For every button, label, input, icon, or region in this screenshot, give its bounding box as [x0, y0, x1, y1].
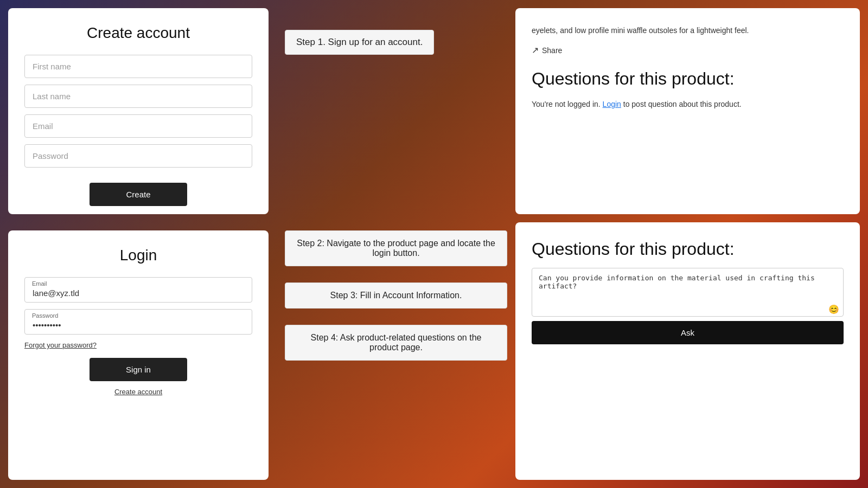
- step2-label: Step 2: Navigate to the product page and…: [285, 230, 507, 266]
- product-panel-2: Questions for this product: Can you prov…: [515, 222, 860, 480]
- last-name-input[interactable]: [24, 85, 252, 108]
- step3-label: Step 3: Fill in Account Information.: [285, 282, 507, 309]
- sign-in-button[interactable]: Sign in: [90, 358, 187, 381]
- create-account-link[interactable]: Create account: [24, 388, 252, 396]
- password-group: Password: [24, 309, 252, 335]
- product-description: eyelets, and low profile mini waffle out…: [532, 24, 844, 36]
- share-button[interactable]: ↗ Share: [532, 45, 844, 55]
- password-input[interactable]: [24, 144, 252, 168]
- login-link[interactable]: Login: [603, 100, 621, 108]
- login-email-input[interactable]: [24, 277, 252, 303]
- email-group: Email: [24, 277, 252, 303]
- email-input[interactable]: [24, 114, 252, 138]
- share-icon: ↗: [532, 45, 539, 55]
- login-title: Login: [24, 247, 252, 264]
- create-account-title: Create account: [24, 24, 252, 42]
- questions-title-2: Questions for this product:: [532, 239, 844, 259]
- post-question-suffix: to post question about this product.: [623, 100, 742, 108]
- not-logged-text: You're not logged in. Login to post ques…: [532, 98, 844, 110]
- ask-button[interactable]: Ask: [532, 321, 844, 344]
- login-password-input[interactable]: [24, 309, 252, 335]
- email-label: Email: [32, 280, 47, 287]
- step1-container: Step 1. Sign up for an account.: [277, 0, 515, 222]
- question-textarea[interactable]: Can you provide information on the mater…: [532, 268, 844, 317]
- steps-container: Step 2: Navigate to the product page and…: [277, 222, 515, 488]
- forgot-password-link[interactable]: Forgot your password?: [24, 341, 252, 349]
- question-container: Can you provide information on the mater…: [532, 268, 844, 319]
- not-logged-prefix: You're not logged in.: [532, 100, 601, 108]
- product-panel-1: eyelets, and low profile mini waffle out…: [515, 8, 860, 214]
- create-account-panel: Create account Create: [8, 8, 269, 214]
- password-label: Password: [32, 312, 58, 319]
- step1-label: Step 1. Sign up for an account.: [285, 30, 434, 55]
- emoji-icon: 😊: [828, 304, 839, 314]
- login-panel: Login Email Password Forgot your passwor…: [8, 230, 269, 480]
- first-name-input[interactable]: [24, 55, 252, 78]
- questions-title-1: Questions for this product:: [532, 68, 844, 89]
- step4-label: Step 4: Ask product-related questions on…: [285, 325, 507, 361]
- create-button[interactable]: Create: [90, 183, 187, 206]
- share-label: Share: [542, 46, 562, 55]
